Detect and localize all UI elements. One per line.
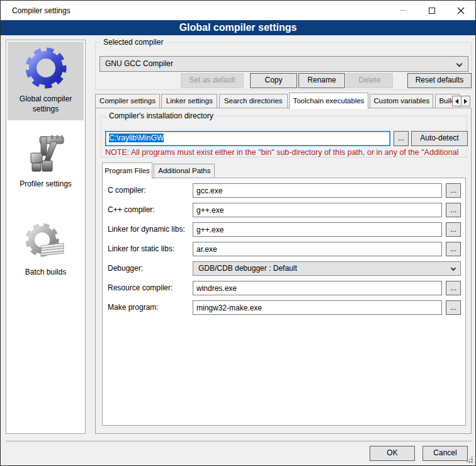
sidebar-item-label: Global compiler settings	[9, 94, 82, 114]
installation-directory-value: C:\raylib\MinGW	[109, 134, 164, 142]
program-files-page: C compiler: ... C++ compiler: ... Linker…	[102, 178, 466, 426]
copy-button[interactable]: Copy	[250, 73, 297, 88]
compiler-settings-dialog: Compiler settings Global compiler settin…	[0, 0, 476, 466]
rename-button[interactable]: Rename	[298, 73, 345, 88]
maximize-icon	[429, 8, 435, 14]
cpp-compiler-input[interactable]	[193, 203, 442, 217]
cpp-compiler-label: C++ compiler:	[108, 203, 155, 217]
minimize-button[interactable]	[388, 1, 417, 20]
arrow-right-icon	[464, 99, 467, 104]
c-compiler-input[interactable]	[193, 183, 442, 198]
window-title: Compiler settings	[12, 6, 71, 15]
tab-toolchain-executables[interactable]: Toolchain executables	[289, 93, 368, 109]
tab-search-directories[interactable]: Search directories	[219, 94, 288, 108]
make-program-browse-button[interactable]: ...	[446, 300, 461, 315]
c-compiler-label: C compiler:	[108, 183, 146, 198]
resource-compiler-browse-button[interactable]: ...	[446, 281, 461, 295]
resize-grip[interactable]	[471, 461, 473, 463]
sidebar-item-label: Profiler settings	[9, 179, 82, 190]
subtab-program-files[interactable]: Program Files	[102, 162, 152, 179]
set-as-default-button[interactable]: Set as default	[181, 73, 244, 88]
installation-directory-input[interactable]: C:\raylib\MinGW	[105, 131, 390, 146]
debugger-dropdown[interactable]: GDB/CDB debugger : Default	[193, 261, 461, 276]
selected-compiler-group-label: Selected compiler	[101, 38, 166, 47]
settings-tabstrip: Compiler settings Linker settings Search…	[95, 94, 472, 108]
subtab-additional-paths[interactable]: Additional Paths	[154, 164, 215, 178]
cpp-compiler-browse-button[interactable]: ...	[446, 203, 461, 217]
tab-scroll-arrows	[453, 96, 470, 106]
program-files-tabstrip: Program Files Additional Paths	[102, 164, 215, 178]
auto-detect-button[interactable]: Auto-detect	[411, 131, 468, 146]
close-icon	[457, 7, 465, 14]
make-program-input[interactable]	[193, 300, 442, 315]
minimize-icon	[400, 10, 407, 11]
close-button[interactable]	[446, 1, 475, 20]
ok-button[interactable]: OK	[370, 446, 415, 461]
selected-compiler-value: GNU GCC Compiler	[105, 59, 173, 68]
toolchain-executables-page: Compiler's installation directory C:\ray…	[95, 108, 472, 434]
c-compiler-browse-button[interactable]: ...	[446, 183, 461, 198]
cancel-button[interactable]: Cancel	[422, 446, 468, 461]
debugger-label: Debugger:	[108, 261, 143, 276]
page-title: Global compiler settings	[1, 20, 475, 35]
make-program-label: Make program:	[108, 300, 159, 315]
blue-gear-icon	[23, 47, 69, 92]
static-linker-browse-button[interactable]: ...	[446, 242, 461, 256]
sidebar-item-profiler-settings[interactable]: Profiler settings	[8, 127, 84, 196]
dynamic-linker-label: Linker for dynamic libs:	[108, 222, 185, 237]
sidebar-item-batch-builds[interactable]: Batch builds	[8, 215, 84, 284]
tab-scroll-right-button[interactable]	[461, 96, 470, 106]
chevron-down-icon	[456, 61, 463, 67]
resource-compiler-label: Resource compiler:	[108, 281, 173, 295]
resource-compiler-input[interactable]	[193, 281, 442, 295]
bin-subdirectory-note: NOTE: All programs must exist either in …	[105, 148, 459, 157]
maximize-button[interactable]	[417, 1, 446, 20]
selected-compiler-group: Selected compiler GNU GCC Compiler Set a…	[95, 42, 472, 90]
debugger-value: GDB/CDB debugger : Default	[198, 264, 297, 273]
arrow-left-icon	[455, 99, 458, 104]
delete-button[interactable]: Delete	[346, 73, 393, 88]
caliper-icon	[23, 132, 69, 177]
titlebar: Compiler settings	[1, 1, 475, 20]
static-linker-input[interactable]	[193, 242, 442, 256]
footer-separator	[6, 441, 472, 441]
sidebar-item-label: Batch builds	[9, 268, 82, 278]
window-controls	[388, 1, 475, 20]
gray-gear-stack-icon	[23, 220, 69, 265]
chevron-down-icon	[451, 266, 456, 271]
sidebar-item-global-compiler-settings[interactable]: Global compiler settings	[8, 42, 84, 120]
tab-compiler-settings[interactable]: Compiler settings	[95, 94, 160, 108]
selected-compiler-dropdown[interactable]: GNU GCC Compiler	[99, 56, 468, 72]
tab-scroll-left-button[interactable]	[452, 96, 462, 106]
dynamic-linker-browse-button[interactable]: ...	[446, 222, 461, 237]
tab-linker-settings[interactable]: Linker settings	[161, 94, 217, 108]
installation-directory-group: Compiler's installation directory C:\ray…	[101, 116, 467, 157]
browse-directory-button[interactable]: ...	[394, 131, 409, 146]
tab-custom-variables[interactable]: Custom variables	[370, 94, 433, 108]
settings-sidebar: Global compiler settings	[6, 40, 86, 434]
dynamic-linker-input[interactable]	[193, 222, 442, 237]
reset-defaults-button[interactable]: Reset defaults	[407, 73, 472, 88]
installation-directory-group-label: Compiler's installation directory	[106, 111, 216, 120]
static-linker-label: Linker for static libs:	[108, 242, 174, 256]
